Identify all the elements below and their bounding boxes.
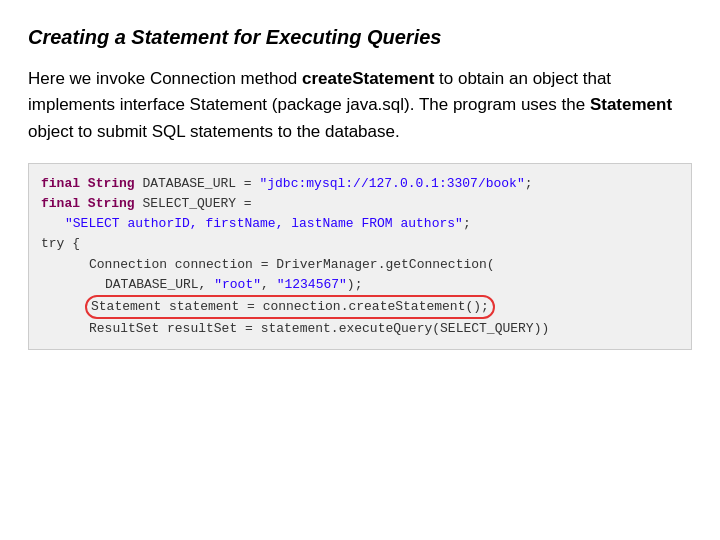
code-line-2: final String SELECT_QUERY = bbox=[41, 194, 679, 214]
desc-text-after-bold2: object to submit SQL statements to the d… bbox=[28, 122, 400, 141]
code-line-3: "SELECT authorID, firstName, lastName FR… bbox=[41, 214, 679, 234]
code-line-7: Statement statement = connection.createS… bbox=[41, 295, 679, 319]
code-line-5: Connection connection = DriverManager.ge… bbox=[41, 255, 679, 275]
page-title: Creating a Statement for Executing Queri… bbox=[28, 24, 692, 50]
code-line-8: ResultSet resultSet = statement.executeQ… bbox=[41, 319, 679, 339]
bold-create-statement: createStatement bbox=[302, 69, 434, 88]
code-block: final String DATABASE_URL = "jdbc:mysql:… bbox=[28, 163, 692, 350]
desc-text-before-bold1: Here we invoke Connection method bbox=[28, 69, 302, 88]
bold-statement: Statement bbox=[590, 95, 672, 114]
code-line-6: DATABASE_URL, "root", "1234567"); bbox=[41, 275, 679, 295]
description-text: Here we invoke Connection method createS… bbox=[28, 66, 692, 145]
highlighted-statement-line: Statement statement = connection.createS… bbox=[85, 295, 495, 319]
code-line-4: try { bbox=[41, 234, 679, 254]
code-line-1: final String DATABASE_URL = "jdbc:mysql:… bbox=[41, 174, 679, 194]
